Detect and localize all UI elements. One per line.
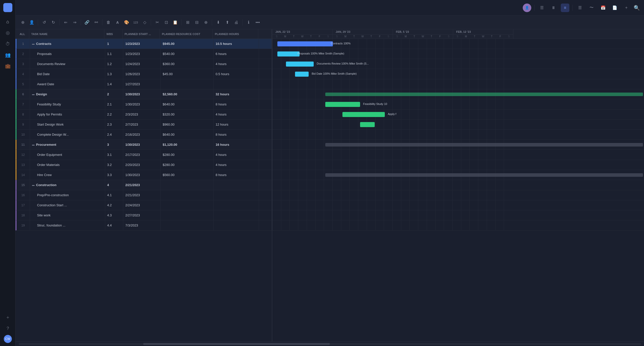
th-planned-cost[interactable]: PLANNED RESOURCE COST: [160, 29, 213, 39]
table-row[interactable]: 17 Construction Start ... 4.2 2/24/2023: [16, 200, 272, 210]
row-task-name[interactable]: Struc. foundation ...: [30, 220, 105, 230]
table-row[interactable]: 14 Hire Crew 3.3 1/30/2023 $560.00 8 hou…: [16, 170, 272, 180]
table-row[interactable]: 8 Apply for Permits 2.2 2/3/2023 $320.00…: [16, 109, 272, 120]
table-view-btn[interactable]: ☰: [576, 4, 584, 12]
row-task-name[interactable]: Start Design Work: [30, 120, 105, 129]
more-btn[interactable]: •••: [254, 18, 262, 26]
gantt-bar[interactable]: [325, 93, 643, 96]
row-task-name[interactable]: Site work: [30, 210, 105, 220]
group-toggle[interactable]: ▬: [32, 184, 35, 186]
indent-btn[interactable]: ⇒: [71, 18, 79, 26]
delete-btn[interactable]: 🗑: [104, 18, 112, 26]
table-row[interactable]: 15 ▬ Construction 4 2/21/2023: [16, 180, 272, 190]
add-view-btn[interactable]: ＋: [622, 4, 631, 12]
export-btn[interactable]: ⬇: [214, 18, 222, 26]
gantt-row[interactable]: [272, 120, 644, 130]
group-toggle[interactable]: ▬: [32, 93, 35, 96]
gantt-row[interactable]: Apply f: [272, 109, 644, 120]
row-task-name[interactable]: Prep/Pre-construction: [30, 190, 105, 200]
copy-btn[interactable]: ⊡: [162, 18, 170, 26]
stats-view-btn[interactable]: ⏸: [549, 4, 558, 12]
split-btn[interactable]: ⊞: [184, 18, 192, 26]
gantt-bar[interactable]: [325, 102, 360, 107]
table-row[interactable]: 1 ▬ Contracts 1 1/23/2023 $945.00 10.5 h…: [16, 39, 272, 49]
gantt-row[interactable]: [272, 190, 644, 200]
gantt-row[interactable]: Hire: [272, 170, 644, 180]
row-task-name[interactable]: Award Date: [30, 79, 105, 89]
gantt-row[interactable]: [272, 160, 644, 170]
outdent-btn[interactable]: ⇐: [62, 18, 70, 26]
table-row[interactable]: 12 Order Equipment 3.1 2/17/2023 $280.00…: [16, 150, 272, 160]
gantt-row[interactable]: [272, 89, 644, 99]
font-btn[interactable]: A: [113, 18, 122, 26]
sidebar-avatar[interactable]: CW: [4, 335, 12, 343]
gantt-row[interactable]: [272, 150, 644, 160]
calendar-view-btn[interactable]: 📅: [599, 4, 607, 12]
scrollbar-thumb[interactable]: [143, 343, 330, 345]
th-all[interactable]: ALL: [16, 29, 29, 39]
chart-view-btn[interactable]: 〜: [587, 4, 596, 12]
gantt-row[interactable]: Feasibility Study 10: [272, 99, 644, 109]
table-row[interactable]: 9 Start Design Work 2.3 2/7/2023 $960.00…: [16, 120, 272, 130]
gantt-row[interactable]: [272, 130, 644, 140]
cut-btn[interactable]: ✂: [153, 18, 161, 26]
header-avatar[interactable]: 👤: [523, 4, 531, 12]
table-row[interactable]: 7 Feasibility Study 2.1 1/30/2023 $640.0…: [16, 99, 272, 109]
group-toggle[interactable]: ▬: [32, 42, 35, 45]
row-task-name[interactable]: Hire Crew: [30, 170, 105, 180]
gantt-row[interactable]: [272, 180, 644, 190]
th-planned-hours[interactable]: PLANNED HOURS: [213, 29, 258, 39]
row-task-name[interactable]: ▬ Contracts: [30, 39, 105, 49]
th-task-name[interactable]: TASK NAME: [29, 29, 104, 39]
gantt-bar[interactable]: [342, 112, 385, 117]
gantt-row[interactable]: [272, 210, 644, 220]
gantt-bar[interactable]: [295, 72, 309, 77]
table-row[interactable]: 18 Site work 4.3 2/27/2023: [16, 210, 272, 220]
add-resource-btn[interactable]: 👤: [28, 18, 36, 26]
table-row[interactable]: 11 ▬ Procurement 3 1/30/2023 $1,120.00 1…: [16, 140, 272, 150]
redo-btn[interactable]: ↻: [49, 18, 57, 26]
link-btn[interactable]: 🔗: [83, 18, 91, 26]
table-row[interactable]: 5 Award Date 1.4 1/27/2023: [16, 79, 272, 89]
gantt-row[interactable]: Documents Review 100% Mike Smith (S...: [272, 59, 644, 69]
row-task-name[interactable]: Proposals: [30, 49, 105, 59]
sidebar-item-projects[interactable]: 💼: [3, 62, 12, 71]
list-view-btn[interactable]: ☰: [538, 4, 546, 12]
doc-view-btn[interactable]: 📄: [610, 4, 619, 12]
gantt-bar[interactable]: [277, 51, 300, 56]
gantt-bar[interactable]: [277, 41, 333, 46]
add-task-btn[interactable]: ⊕: [19, 18, 27, 26]
th-planned-start[interactable]: PLANNED START ...: [123, 29, 160, 39]
table-row[interactable]: 4 Bid Date 1.3 1/26/2023 $45.00 0.5 hour…: [16, 69, 272, 79]
gantt-row[interactable]: Contracts 100%: [272, 39, 644, 49]
horizontal-scrollbar[interactable]: [19, 343, 641, 345]
undo-btn[interactable]: ↺: [40, 18, 48, 26]
sidebar-item-notifications[interactable]: ◎: [3, 28, 12, 37]
table-row[interactable]: 2 Proposals 1.1 1/23/2023 $540.00 6 hour…: [16, 49, 272, 59]
table-row[interactable]: 3 Documents Review 1.2 1/24/2023 $360.00…: [16, 59, 272, 69]
gantt-bar[interactable]: [360, 122, 375, 127]
row-task-name[interactable]: Order Equipment: [30, 150, 105, 160]
gantt-bar[interactable]: [325, 143, 643, 147]
search-icon[interactable]: 🔍: [634, 5, 640, 11]
row-task-name[interactable]: ▬ Procurement: [30, 140, 105, 150]
row-task-name[interactable]: Apply for Permits: [30, 109, 105, 119]
sidebar-item-help[interactable]: ？: [3, 324, 12, 333]
paste-btn[interactable]: 📋: [171, 18, 179, 26]
info-btn[interactable]: ℹ: [245, 18, 253, 26]
table-row[interactable]: 6 ▬ Design 2 1/30/2023 $2,560.00 32 hour…: [16, 89, 272, 99]
gantt-row[interactable]: [272, 79, 644, 89]
row-task-name[interactable]: ▬ Construction: [30, 180, 105, 190]
gantt-bar[interactable]: [325, 173, 643, 177]
row-task-name[interactable]: Complete Design W...: [30, 130, 105, 139]
import-btn[interactable]: ⬆: [223, 18, 231, 26]
gantt-bar[interactable]: [286, 62, 314, 67]
zoom-in-btn[interactable]: ⊟: [193, 18, 201, 26]
sidebar-item-people[interactable]: 👥: [3, 50, 12, 60]
row-task-name[interactable]: ▬ Design: [30, 89, 105, 99]
gantt-row[interactable]: Bid Date 100% Mike Smith (Sample): [272, 69, 644, 79]
print-btn[interactable]: 🖨: [232, 18, 240, 26]
table-row[interactable]: 13 Order Materials 3.2 2/20/2023 $280.00…: [16, 160, 272, 170]
th-wbs[interactable]: WBS: [104, 29, 123, 39]
gantt-row[interactable]: [272, 200, 644, 210]
